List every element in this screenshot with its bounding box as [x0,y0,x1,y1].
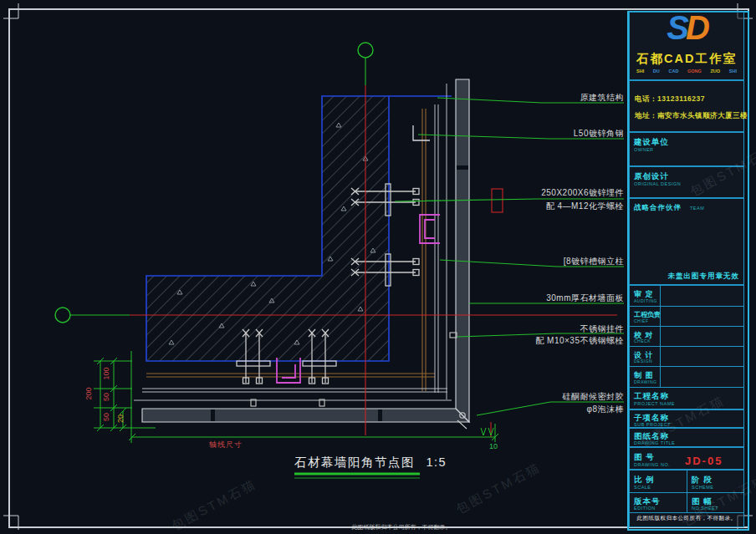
drawing-number-row: 图 号 DRAWING NO. JD-05 [629,447,744,470]
callout-stone-panel: 30mm厚石材墙面板 [465,292,624,304]
address-line: 地址：南安市水头镇顺济大厦三楼 [635,111,748,121]
drawing-title-row: 图纸名称 DRAWING TITLE [629,428,744,447]
stone-panel-horizontal [142,409,469,422]
logo-letter-d: D [686,9,707,46]
studio-name: 石都CAD工作室 [630,51,743,67]
callout-foam-rod: φ8泡沫棒 [465,404,624,415]
scheme-cell: 阶 段 SCHEME [687,470,744,493]
callout-channel-column: [8镀锌槽钢立柱 [465,256,624,267]
cad-sheet: 原建筑结构 L50镀锌角钢 250X200X6镀锌埋件 配 4—M12化学螺栓 … [0,0,756,534]
callout-original-structure: 原建筑结构 [465,92,624,104]
sub-project-row: 子项名称 SUB PROJECT [629,409,744,428]
dim-seg-50b: 50 [102,404,110,430]
drawing-number-value: JD-05 [685,455,723,467]
contact-box: 电话：13123116237 地址：南安市水头镇顺济大厦三楼 [629,80,744,132]
callout-chemical-bolts: 配 4—M12化学螺栓 [465,201,624,212]
sign-row-check: 校 对 CHECK [629,326,744,347]
sign-row-design: 设 计 DESIGN [629,346,744,367]
copyright-text: 此图纸版权归本公司所有，不得翻录。 [629,515,744,522]
sheet-cell: 图 幅 NO.SHEET [687,492,744,513]
axis-dimension-label: 轴线尺寸 [209,440,243,450]
callout-stainless-hanger: 不锈钢挂件 [465,323,624,335]
sign-row-auditing: 审 定 AUDITING [629,285,744,307]
drawing-title-name: 石材幕墙阳角节点图 [294,455,415,469]
drawing-title-scale: 1:5 [427,455,447,469]
callout-stainless-bolts: 配 M10×35不锈钢螺栓 [465,335,624,347]
dim-offset-20: 20 [116,406,125,431]
dimension-lines [94,351,498,443]
concrete-structure [146,96,389,361]
logo-letter-s: S [667,9,686,46]
phone-line: 电话：13123116237 [635,94,705,104]
dim-total-200: 200 [84,381,93,406]
partner-box: 战略合作伙伴 TEAM 未盖出图专用章无效 [629,198,744,285]
callout-angle-steel: L50镀锌角钢 [465,128,624,140]
edition-cell: 版本号 EDITION [629,492,687,513]
owner-box: 建设单位 OWNER [629,132,744,166]
logo-box: SD 石都CAD工作室 SHI DU CAD GONG ZUO SHI [629,12,744,80]
design-box: 原创设计 ORIGINAL DESIGN [629,166,744,198]
scale-cell: 比 例 SCALE [629,470,687,493]
angle-steel-L50 [413,125,430,140]
seal-note: 未盖出图专用章无效 [668,272,740,282]
drawing-title: 石材幕墙阳角节点图 1:5 [294,455,447,470]
project-name-row: 工程名称 PROJECT NAME [629,387,744,409]
sign-row-chief: 工程负责 CHIEF [629,306,744,327]
studio-name-pinyin: SHI DU CAD GONG ZUO SHI [636,69,737,74]
callout-sealant: 硅酮耐候密封胶 [465,391,624,403]
studio-logo: SD [630,9,743,46]
footer-note: 此图纸版权归本公司所有，不得翻录。 [268,523,535,531]
dim-seg-100: 100 [102,361,110,386]
dim-corner-gap-10: 10 [483,442,503,450]
callout-embed-plate: 250X200X6镀锌埋件 [465,187,624,199]
sign-row-drawing: 制 图 DRAWING [629,366,744,388]
